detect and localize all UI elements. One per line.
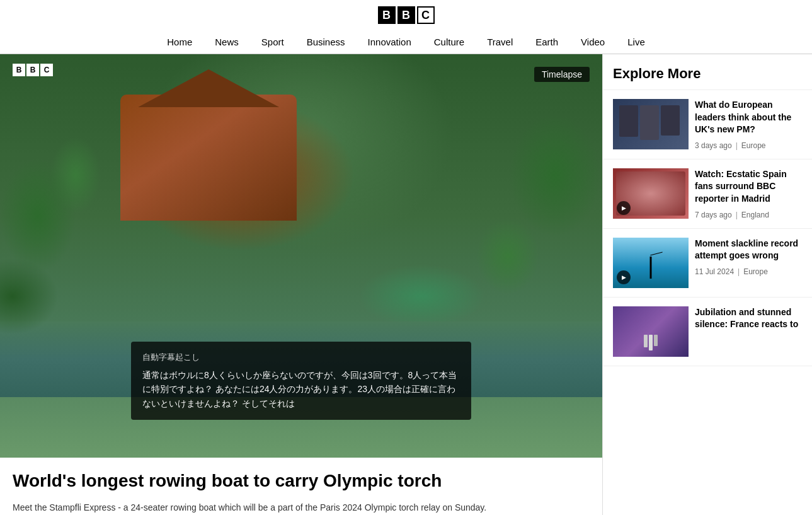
sidebar-text-2: Watch: Ecstatic Spain fans surround BBC … — [695, 168, 802, 219]
nav-sport[interactable]: Sport — [250, 30, 295, 54]
logo-b2: B — [397, 6, 415, 24]
sidebar-meta-3: 11 Jul 2024 | Europe — [695, 267, 802, 276]
sidebar-item-title-3: Moment slackline record attempt goes wro… — [695, 238, 802, 262]
content-column: B B C Timelapse 自動字幕起こし 通常はボウルに8人くらいしか座ら… — [0, 54, 602, 515]
meta-sep-1: | — [736, 141, 738, 150]
nav-news[interactable]: News — [203, 30, 250, 54]
sidebar-thumb-1 — [613, 99, 689, 149]
timelapse-badge: Timelapse — [534, 67, 590, 82]
nav-business[interactable]: Business — [295, 30, 357, 54]
nav-live[interactable]: Live — [616, 30, 656, 54]
nav-travel[interactable]: Travel — [476, 30, 524, 54]
sidebar-text-1: What do European leaders think about the… — [695, 99, 802, 150]
sidebar-cat-1: Europe — [741, 141, 766, 150]
sidebar-text-3: Moment slackline record attempt goes wro… — [695, 238, 802, 288]
sidebar-container: Explore More What do European leaders th… — [602, 54, 812, 515]
site-header: B B C Home News Sport Business Innovatio… — [0, 0, 812, 54]
nav-home[interactable]: Home — [156, 30, 203, 54]
sidebar-thumb-2: ▶ — [613, 168, 689, 219]
sidebar-item-2[interactable]: ▶ Watch: Ecstatic Spain fans surround BB… — [603, 159, 812, 229]
bbc-logo[interactable]: B B C — [378, 6, 435, 24]
sidebar: Explore More What do European leaders th… — [602, 54, 812, 515]
bbc-watermark: B B C — [13, 64, 53, 76]
article-para-1: Meet the Stampfli Express - a 24-seater … — [13, 501, 590, 514]
sidebar-meta-2: 7 days ago | England — [695, 211, 802, 219]
sidebar-text-4: Jubilation and stunned silence: France r… — [695, 306, 802, 357]
nav-culture[interactable]: Culture — [423, 30, 476, 54]
main-layout: B B C Timelapse 自動字幕起こし 通常はボウルに8人くらいしか座ら… — [0, 54, 812, 515]
sidebar-item-title-4: Jubilation and stunned silence: France r… — [695, 306, 802, 331]
sidebar-thumb-3: ▶ — [613, 238, 689, 288]
subtitle-text: 通常はボウルに8人くらいしか座らないのですが、今回は3回です。8人って本当に特別… — [142, 368, 460, 410]
sidebar-cat-2: England — [741, 211, 769, 219]
sidebar-item-title-1: What do European leaders think about the… — [695, 99, 802, 136]
logo-c: C — [417, 6, 435, 24]
sidebar-time-3: 11 Jul 2024 — [695, 267, 734, 276]
sidebar-item-4[interactable]: Jubilation and stunned silence: France r… — [603, 298, 812, 366]
watermark-c: C — [40, 64, 53, 76]
subtitle-title: 自動字幕起こし — [142, 351, 460, 364]
nav-earth[interactable]: Earth — [524, 30, 569, 54]
watermark-b2: B — [26, 64, 39, 76]
sidebar-time-1: 3 days ago — [695, 141, 732, 150]
play-icon-2: ▶ — [617, 201, 631, 215]
subtitle-box: 自動字幕起こし 通常はボウルに8人くらいしか座らないのですが、今回は3回です。8… — [131, 342, 471, 420]
sidebar-cat-3: Europe — [743, 267, 768, 276]
article-title: World's longest rowing boat to carry Oly… — [13, 470, 590, 492]
meta-sep-2: | — [736, 211, 738, 219]
nav-video[interactable]: Video — [569, 30, 616, 54]
play-icon-3: ▶ — [617, 270, 631, 284]
video-player[interactable]: B B C Timelapse 自動字幕起こし 通常はボウルに8人くらいしか座ら… — [0, 54, 602, 458]
building-element — [120, 95, 297, 221]
sidebar-item-title-2: Watch: Ecstatic Spain fans surround BBC … — [695, 168, 802, 205]
watermark-b1: B — [13, 64, 25, 76]
sidebar-thumb-4 — [613, 306, 689, 357]
meta-sep-3: | — [738, 267, 740, 276]
trees-left — [0, 54, 126, 458]
sidebar-title: Explore More — [603, 54, 812, 90]
sidebar-time-2: 7 days ago — [695, 211, 732, 219]
nav-innovation[interactable]: Innovation — [357, 30, 423, 54]
sidebar-item-1[interactable]: What do European leaders think about the… — [603, 90, 812, 159]
sidebar-meta-1: 3 days ago | Europe — [695, 141, 802, 150]
sidebar-item-3[interactable]: ▶ Moment slackline record attempt goes w… — [603, 229, 812, 298]
article-body: Meet the Stampfli Express - a 24-seater … — [13, 501, 590, 515]
article-area: World's longest rowing boat to carry Oly… — [0, 458, 602, 515]
main-nav: Home News Sport Business Innovation Cult… — [156, 30, 656, 54]
logo-b1: B — [378, 6, 396, 24]
